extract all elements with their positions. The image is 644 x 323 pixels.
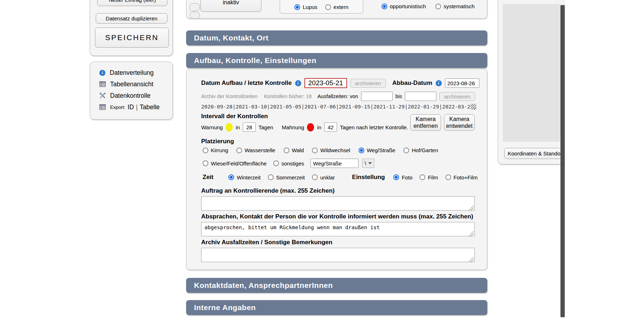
inaktiv-button[interactable]: inaktiv (200, 0, 261, 12)
export-id-link[interactable]: ID (128, 103, 134, 111)
archive-times-label: Archiv der Kontrollzeiten (201, 93, 257, 99)
absprachen-textarea[interactable]: abgesprochen, bittet um Rückmeldung wenn… (201, 222, 475, 236)
downtime-label: Ausfallzeiten: von (317, 93, 358, 99)
source-radio-group: Lupus extern (280, 0, 363, 14)
radio-option-unklar[interactable]: unklar (312, 174, 335, 180)
teardown-date-label: Abbau-Datum (392, 79, 432, 87)
radio-option-kirrung[interactable]: Kirrung (203, 147, 228, 153)
archiv-bemerkungen-label: Archiv Ausfallzeiten / Sonstige Bemerkun… (201, 239, 332, 246)
radio-label: Sommerzeit (276, 174, 305, 180)
radio-label: Foto (402, 174, 412, 180)
menu-item-label: Tabellenansicht (110, 81, 153, 88)
radio-option-sonstiges[interactable]: sonstiges (273, 160, 304, 167)
absprachen-label: Absprachen, Kontakt der Person die vor K… (201, 213, 473, 220)
radio-icon (382, 4, 387, 9)
map-placeholder (503, 4, 561, 142)
section-header-interne-angaben[interactable]: Interne Angaben (186, 300, 487, 315)
aufbau-form-panel: Datum Aufbau / letzte Kontrolle i 2023-0… (186, 69, 487, 270)
radio-option-systematisch[interactable]: systematisch (435, 3, 475, 9)
downtime-from-input[interactable] (361, 92, 393, 101)
info-icon: i (99, 70, 105, 76)
save-button[interactable]: SPEICHERN (95, 28, 169, 48)
teardown-date-input[interactable] (445, 78, 479, 88)
auftrag-label: Auftrag an Kontrollierende (max. 255 Zei… (201, 187, 335, 194)
radio-option-winterzeit[interactable]: Winterzeit (228, 174, 261, 180)
radio-icon (325, 4, 331, 10)
controls-count-label: Kontrollen bisher: 18 (264, 93, 312, 99)
setup-date-label: Datum Aufbau / letzte Kontrolle (201, 79, 292, 87)
radio-icon (294, 4, 300, 10)
resize-grip-icon[interactable] (470, 104, 476, 110)
radio-option-opportunistisch[interactable]: opportunistisch (382, 3, 426, 9)
setup-date-value[interactable]: 2023-05-21 (304, 78, 347, 88)
radio-icon (273, 160, 279, 166)
radio-icon (393, 174, 399, 180)
radio-option-film[interactable]: Film (420, 174, 438, 180)
placement-row2: Wiese/Feld/Offenfläche sonstiges \ (203, 158, 374, 169)
einstellung-label: Einstellung (352, 174, 385, 181)
export-prefix-label: Export: (110, 105, 126, 110)
camera-buttons: Kamera entfernen Kamera entwendet (410, 114, 475, 131)
downtime-archive-button[interactable]: archivieren (439, 92, 475, 101)
export-table-link[interactable]: Tabelle (140, 103, 160, 111)
new-entry-button[interactable]: Neuer Eintrag (leer) (97, 0, 167, 6)
viewport-cut-mask (565, 0, 644, 323)
placement-free-text-input[interactable] (311, 159, 359, 168)
control-dates-text: 2020-09-28|2021-03-10|2021-05-05|2021-07… (201, 104, 470, 110)
warning-days-input[interactable] (243, 122, 256, 132)
left-menu-panel: i Datenverteilung Tabellenansicht Datenk… (90, 62, 173, 120)
scrollbar[interactable] (560, 5, 565, 317)
left-toolbar-panel: Neuer Eintrag (leer) Datensatz duplizier… (90, 0, 173, 56)
menu-item-datenverteilung[interactable]: i Datenverteilung (99, 67, 172, 78)
reminder-days-input[interactable] (324, 122, 337, 132)
warning-dot-icon (226, 123, 233, 131)
radio-option-wiese-feld[interactable]: Wiese/Feld/Offenfläche (203, 160, 267, 167)
radio-option-wasserstelle[interactable]: Wasserstelle (236, 147, 275, 153)
info-icon[interactable]: i (295, 80, 301, 86)
downtime-to-input[interactable] (405, 92, 436, 101)
table-icon (99, 81, 106, 87)
menu-item-datenkontrolle[interactable]: Datenkontrolle (99, 90, 172, 101)
menu-item-label: Datenverteilung (110, 69, 154, 77)
interval-row: Warnung in Tagen Mahnung in Tagen nach l… (201, 121, 408, 133)
radio-icon (403, 148, 409, 153)
auftrag-textarea[interactable] (201, 196, 475, 211)
control-dates-row: 2020-09-28|2021-03-10|2021-05-05|2021-07… (201, 103, 476, 111)
radio-label: Wald (292, 147, 304, 153)
section-header-kontaktdaten[interactable]: Kontaktdaten, AnsprechpartnerInnen (186, 278, 487, 293)
radio-icon (203, 160, 208, 166)
radio-icon (420, 174, 425, 180)
radio-label: Film (428, 174, 438, 180)
radio-icon (445, 174, 451, 180)
export-separator: | (136, 103, 138, 111)
radio-option-foto-film[interactable]: Foto+Film (445, 174, 478, 180)
radio-option-wildwechsel[interactable]: Wildwechsel (312, 147, 350, 153)
radio-option-weg-strasse[interactable]: Weg/Straße (359, 147, 396, 153)
radio-option-sommerzeit[interactable]: Sommerzeit (268, 174, 305, 180)
camera-remove-button[interactable]: Kamera entfernen (410, 114, 441, 131)
radio-option-extern[interactable]: extern (325, 4, 349, 10)
section-header-aufbau[interactable]: Aufbau, Kontrolle, Einstellungen (186, 53, 487, 68)
radio-option-foto[interactable]: Foto (393, 174, 412, 180)
menu-item-tabellenansicht[interactable]: Tabellenansicht (99, 78, 172, 90)
info-icon[interactable]: i (436, 80, 442, 86)
radio-option-hof-garten[interactable]: Hof/Garten (403, 147, 438, 153)
coordinates-location-button[interactable]: Koordinaten & Stando (504, 148, 566, 159)
radio-option-lupus[interactable]: Lupus (294, 4, 317, 10)
camera-database-form-page: Neuer Eintrag (leer) Datensatz duplizier… (0, 0, 644, 323)
archive-date-button[interactable]: archivieren (350, 79, 386, 88)
duplicate-record-button[interactable]: Datensatz duplizieren (96, 13, 167, 24)
radio-option-wald[interactable]: Wald (284, 147, 304, 153)
camera-stolen-button[interactable]: Kamera entwendet (444, 114, 475, 131)
table-icon (99, 104, 106, 110)
archiv-bemerkungen-textarea[interactable] (201, 248, 475, 262)
radio-icon (312, 174, 318, 180)
time-settings-row: Zeit Winterzeit Sommerzeit unklar Einste… (203, 172, 478, 182)
menu-item-export[interactable]: Export: ID | Tabelle (99, 101, 172, 113)
section-header-datum-kontakt-ort[interactable]: Datum, Kontakt, Ort (186, 30, 487, 45)
placement-select[interactable]: \ (362, 159, 374, 168)
radio-icon (284, 148, 289, 153)
control-archive-row: Archiv der Kontrollzeiten Kontrollen bis… (201, 91, 475, 101)
menu-item-label: Datenkontrolle (110, 92, 151, 100)
after-last-control-label: Tagen nach letzter Kontrolle. (340, 124, 408, 130)
